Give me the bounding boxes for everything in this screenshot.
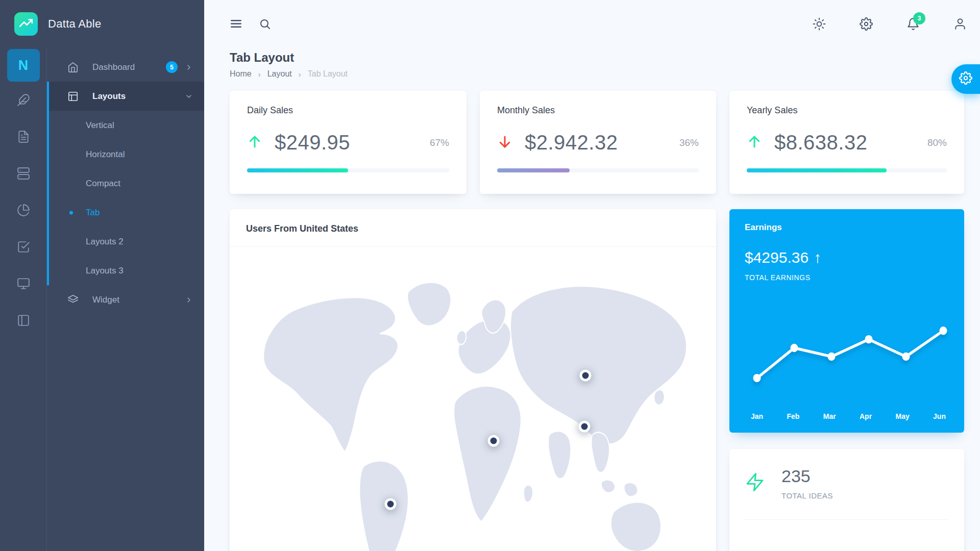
stat-percent: 80% — [927, 137, 947, 148]
earnings-subtitle: TOTAL EARNINGS — [745, 273, 949, 282]
stat-card-title: Monthly Sales — [497, 105, 699, 116]
world-map-container[interactable] — [230, 247, 716, 551]
chevron-right-icon — [185, 296, 193, 304]
layout-icon — [67, 91, 79, 102]
brightness-sun-icon[interactable] — [813, 17, 826, 31]
notification-count-badge: 3 — [913, 12, 925, 24]
sidebar-item-vertical[interactable]: Vertical — [49, 111, 204, 140]
chart-month-label: May — [895, 412, 909, 420]
chevron-right-icon — [185, 63, 193, 71]
progress-fill — [247, 168, 348, 172]
breadcrumb-separator-icon: › — [258, 70, 261, 79]
map-marker[interactable] — [387, 501, 394, 508]
main-area: 3 Tab Layout Home › Layout › Tab Layout … — [204, 0, 980, 551]
stat-percent: 36% — [679, 137, 699, 148]
panel-icon[interactable] — [0, 302, 46, 339]
pie-chart-icon[interactable] — [0, 192, 46, 229]
chart-month-label: Feb — [787, 412, 799, 420]
total-ideas-card: 235 TOTAL IDEAS — [729, 449, 964, 551]
check-square-icon[interactable] — [0, 229, 46, 265]
sidebar: Datta Able N — [0, 0, 204, 551]
arrow-up-icon: ↑ — [814, 249, 821, 266]
sidebar-item-layouts-2[interactable]: Layouts 2 — [49, 227, 204, 256]
sidebar-item-label: Dashboard — [92, 62, 135, 72]
home-icon — [67, 62, 79, 73]
breadcrumb: Home › Layout › Tab Layout — [230, 69, 967, 79]
map-marker[interactable] — [582, 372, 589, 379]
sidebar-item-widget[interactable]: Widget — [47, 285, 204, 314]
breadcrumb-layout[interactable]: Layout — [267, 69, 292, 79]
brand-header[interactable]: Datta Able — [0, 0, 204, 47]
stat-value: $8.638.32 — [774, 131, 867, 154]
chart-month-label: Apr — [860, 412, 872, 420]
arrow-up-icon — [747, 134, 762, 152]
progress-track — [747, 168, 947, 172]
chart-month-label: Mar — [823, 412, 836, 420]
server-icon[interactable] — [0, 155, 46, 192]
earnings-value: $4295.36 — [745, 249, 808, 266]
chart-month-label: Jan — [751, 412, 763, 420]
brand-logo — [14, 12, 38, 36]
progress-fill — [747, 168, 887, 172]
search-icon[interactable] — [259, 18, 271, 30]
stat-value: $2.942.32 — [525, 131, 618, 154]
earnings-card: Earnings $4295.36 ↑ TOTAL EARNINGS Jan F… — [729, 209, 964, 433]
sidebar-item-layouts[interactable]: Layouts — [49, 82, 204, 111]
map-marker[interactable] — [490, 437, 497, 444]
dashboard-count-badge: 5 — [166, 61, 178, 73]
yearly-sales-card: Yearly Sales $8.638.32 80% — [729, 91, 964, 194]
world-map — [243, 254, 703, 551]
config-gear-button[interactable] — [951, 64, 980, 94]
top-header: 3 — [230, 0, 967, 47]
sidebar-item-compact[interactable]: Compact — [49, 169, 204, 198]
breadcrumb-home[interactable]: Home — [230, 69, 252, 79]
rail-tab-n[interactable]: N — [7, 49, 40, 82]
breadcrumb-current: Tab Layout — [308, 69, 348, 79]
sidebar-menu: Dashboard 5 Layouts — [47, 47, 204, 551]
file-text-icon[interactable] — [0, 118, 46, 155]
stat-card-title: Yearly Sales — [747, 105, 947, 116]
arrow-down-icon — [497, 134, 512, 152]
card-footer-divider — [745, 519, 949, 551]
stat-value: $249.95 — [275, 131, 350, 154]
sidebar-item-label: Layouts — [92, 91, 126, 102]
chart-month-label: Jun — [933, 412, 946, 420]
sidebar-item-horizontal[interactable]: Horizontal — [49, 140, 204, 169]
sidebar-item-tab[interactable]: Tab — [49, 198, 204, 227]
map-marker[interactable] — [581, 423, 587, 430]
sidebar-item-layouts-3[interactable]: Layouts 3 — [49, 256, 204, 285]
sidebar-item-dashboard[interactable]: Dashboard 5 — [47, 53, 204, 82]
user-profile-icon[interactable] — [953, 17, 967, 31]
pen-icon[interactable] — [0, 82, 46, 118]
progress-track — [247, 168, 449, 172]
sidebar-item-label: Widget — [92, 295, 119, 305]
users-map-card: Users From United States — [230, 209, 716, 551]
ideas-label: TOTAL IDEAS — [781, 491, 833, 500]
breadcrumb-separator-icon: › — [299, 70, 301, 79]
earnings-line-chart: Jan Feb Mar Apr May Jun — [745, 282, 949, 420]
trending-up-icon — [19, 16, 33, 32]
layouts-group: Layouts Vertical Horizontal Compact Tab … — [47, 82, 204, 285]
app-window: Datta Able N — [0, 0, 980, 551]
gear-icon — [959, 71, 972, 87]
gear-icon[interactable] — [860, 17, 873, 31]
icon-rail: N — [0, 47, 47, 551]
monitor-icon[interactable] — [0, 265, 46, 302]
stat-card-title: Daily Sales — [247, 105, 449, 116]
monthly-sales-card: Monthly Sales $2.942.32 36% — [480, 91, 716, 194]
stat-percent: 67% — [430, 137, 449, 148]
notifications-bell-icon[interactable]: 3 — [906, 17, 920, 31]
progress-fill — [497, 168, 570, 172]
arrow-up-icon — [247, 134, 262, 152]
progress-track — [497, 168, 699, 172]
earnings-title: Earnings — [745, 222, 949, 233]
layers-icon — [67, 294, 79, 306]
hamburger-menu-icon[interactable] — [230, 17, 242, 30]
brand-name: Datta Able — [48, 17, 102, 31]
ideas-count: 235 — [781, 466, 833, 486]
chevron-down-icon — [185, 92, 193, 101]
daily-sales-card: Daily Sales $249.95 67% — [230, 91, 467, 194]
page-title: Tab Layout — [230, 51, 967, 65]
map-card-title: Users From United States — [246, 223, 700, 234]
zap-icon — [745, 471, 765, 495]
